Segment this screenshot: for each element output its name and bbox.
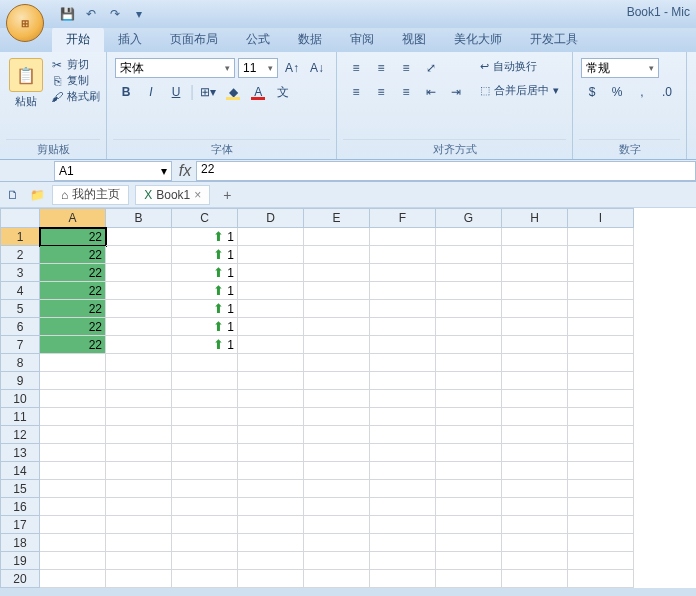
cell-grid[interactable]: 22⬆122⬆122⬆122⬆122⬆122⬆122⬆1 xyxy=(40,228,634,588)
cell-C3[interactable]: ⬆1 xyxy=(172,264,238,282)
row-header-9[interactable]: 9 xyxy=(0,372,40,390)
cell-C15[interactable] xyxy=(172,480,238,498)
cell-H10[interactable] xyxy=(502,390,568,408)
cell-I11[interactable] xyxy=(568,408,634,426)
cell-B7[interactable] xyxy=(106,336,172,354)
tab-home[interactable]: 开始 xyxy=(52,27,104,52)
row-header-4[interactable]: 4 xyxy=(0,282,40,300)
cell-G20[interactable] xyxy=(436,570,502,588)
bold-button[interactable]: B xyxy=(115,82,137,102)
col-header-D[interactable]: D xyxy=(238,208,304,228)
cell-I19[interactable] xyxy=(568,552,634,570)
cell-C20[interactable] xyxy=(172,570,238,588)
cell-A14[interactable] xyxy=(40,462,106,480)
cell-A13[interactable] xyxy=(40,444,106,462)
cell-G5[interactable] xyxy=(436,300,502,318)
cell-E9[interactable] xyxy=(304,372,370,390)
cell-A2[interactable]: 22 xyxy=(40,246,106,264)
cell-G8[interactable] xyxy=(436,354,502,372)
cell-C9[interactable] xyxy=(172,372,238,390)
cell-A12[interactable] xyxy=(40,426,106,444)
tab-view[interactable]: 视图 xyxy=(388,27,440,52)
cell-F18[interactable] xyxy=(370,534,436,552)
cell-H6[interactable] xyxy=(502,318,568,336)
cell-F17[interactable] xyxy=(370,516,436,534)
cell-C16[interactable] xyxy=(172,498,238,516)
col-header-F[interactable]: F xyxy=(370,208,436,228)
cell-I5[interactable] xyxy=(568,300,634,318)
row-header-7[interactable]: 7 xyxy=(0,336,40,354)
row-header-2[interactable]: 2 xyxy=(0,246,40,264)
row-header-20[interactable]: 20 xyxy=(0,570,40,588)
tab-developer[interactable]: 开发工具 xyxy=(516,27,592,52)
cell-C2[interactable]: ⬆1 xyxy=(172,246,238,264)
cell-G1[interactable] xyxy=(436,228,502,246)
cell-H16[interactable] xyxy=(502,498,568,516)
cell-C4[interactable]: ⬆1 xyxy=(172,282,238,300)
cell-B11[interactable] xyxy=(106,408,172,426)
cell-D6[interactable] xyxy=(238,318,304,336)
new-doc-icon[interactable]: 🗋 xyxy=(4,186,22,204)
tab-my-home[interactable]: ⌂我的主页 xyxy=(52,185,129,205)
cell-H5[interactable] xyxy=(502,300,568,318)
cell-F19[interactable] xyxy=(370,552,436,570)
cell-F6[interactable] xyxy=(370,318,436,336)
cell-D7[interactable] xyxy=(238,336,304,354)
cell-F11[interactable] xyxy=(370,408,436,426)
row-header-13[interactable]: 13 xyxy=(0,444,40,462)
border-button[interactable]: ⊞▾ xyxy=(197,82,219,102)
increase-font-button[interactable]: A↑ xyxy=(281,58,303,78)
align-left-button[interactable]: ≡ xyxy=(345,82,367,102)
cell-H2[interactable] xyxy=(502,246,568,264)
cell-C8[interactable] xyxy=(172,354,238,372)
cell-G6[interactable] xyxy=(436,318,502,336)
cell-D2[interactable] xyxy=(238,246,304,264)
tab-insert[interactable]: 插入 xyxy=(104,27,156,52)
col-header-C[interactable]: C xyxy=(172,208,238,228)
redo-icon[interactable]: ↷ xyxy=(106,5,124,23)
cell-C19[interactable] xyxy=(172,552,238,570)
cell-C1[interactable]: ⬆1 xyxy=(172,228,238,246)
align-middle-button[interactable]: ≡ xyxy=(370,58,392,78)
cell-F5[interactable] xyxy=(370,300,436,318)
cell-F13[interactable] xyxy=(370,444,436,462)
cell-F8[interactable] xyxy=(370,354,436,372)
cell-A18[interactable] xyxy=(40,534,106,552)
undo-icon[interactable]: ↶ xyxy=(82,5,100,23)
cell-D1[interactable] xyxy=(238,228,304,246)
cut-button[interactable]: ✂剪切 xyxy=(50,57,100,72)
tab-page-layout[interactable]: 页面布局 xyxy=(156,27,232,52)
cell-F1[interactable] xyxy=(370,228,436,246)
cell-E13[interactable] xyxy=(304,444,370,462)
open-doc-icon[interactable]: 📁 xyxy=(28,186,46,204)
cell-B18[interactable] xyxy=(106,534,172,552)
cell-F20[interactable] xyxy=(370,570,436,588)
row-header-11[interactable]: 11 xyxy=(0,408,40,426)
cell-D11[interactable] xyxy=(238,408,304,426)
cell-G17[interactable] xyxy=(436,516,502,534)
cell-D18[interactable] xyxy=(238,534,304,552)
row-header-5[interactable]: 5 xyxy=(0,300,40,318)
tab-book1[interactable]: XBook1× xyxy=(135,185,210,205)
cell-F12[interactable] xyxy=(370,426,436,444)
row-header-19[interactable]: 19 xyxy=(0,552,40,570)
cell-E1[interactable] xyxy=(304,228,370,246)
decrease-indent-button[interactable]: ⇤ xyxy=(420,82,442,102)
cell-B10[interactable] xyxy=(106,390,172,408)
cell-H17[interactable] xyxy=(502,516,568,534)
cell-F3[interactable] xyxy=(370,264,436,282)
cell-D4[interactable] xyxy=(238,282,304,300)
cell-E12[interactable] xyxy=(304,426,370,444)
cell-D12[interactable] xyxy=(238,426,304,444)
cell-I8[interactable] xyxy=(568,354,634,372)
cell-D13[interactable] xyxy=(238,444,304,462)
cell-H4[interactable] xyxy=(502,282,568,300)
cell-B17[interactable] xyxy=(106,516,172,534)
cell-A15[interactable] xyxy=(40,480,106,498)
tab-beautify[interactable]: 美化大师 xyxy=(440,27,516,52)
cell-B8[interactable] xyxy=(106,354,172,372)
cell-H7[interactable] xyxy=(502,336,568,354)
row-header-16[interactable]: 16 xyxy=(0,498,40,516)
cell-A8[interactable] xyxy=(40,354,106,372)
cell-D9[interactable] xyxy=(238,372,304,390)
